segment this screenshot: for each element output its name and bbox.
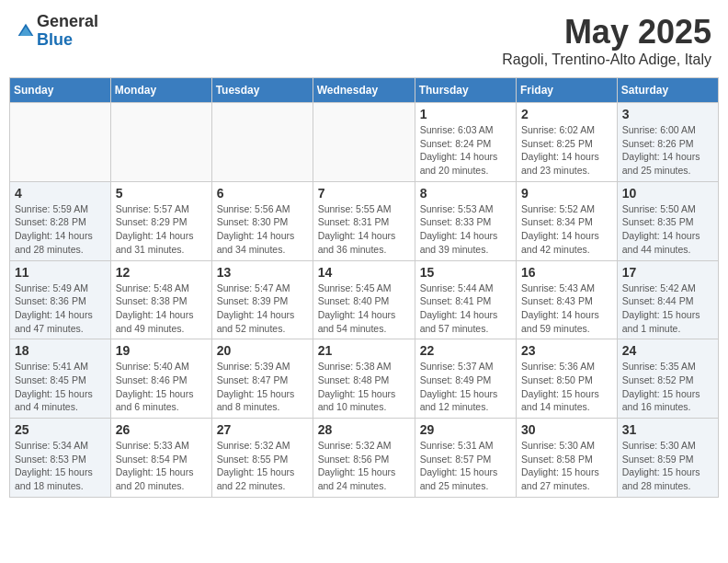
day-detail: Sunrise: 5:45 AM Sunset: 8:40 PM Dayligh… — [318, 282, 410, 336]
day-detail: Sunrise: 5:42 AM Sunset: 8:44 PM Dayligh… — [622, 282, 713, 336]
day-number: 8 — [420, 186, 511, 201]
day-number: 2 — [521, 107, 612, 121]
day-header-sunday: Sunday — [10, 78, 111, 103]
calendar-cell: 4Sunrise: 5:59 AM Sunset: 8:28 PM Daylig… — [10, 181, 111, 260]
day-number: 22 — [420, 343, 511, 358]
day-number: 17 — [622, 265, 713, 280]
day-number: 20 — [217, 343, 308, 358]
calendar-cell: 18Sunrise: 5:41 AM Sunset: 8:45 PM Dayli… — [10, 339, 111, 419]
day-number: 27 — [217, 422, 308, 437]
day-number: 26 — [116, 422, 207, 437]
day-detail: Sunrise: 6:00 AM Sunset: 8:26 PM Dayligh… — [622, 123, 713, 178]
day-number: 29 — [420, 422, 511, 437]
day-detail: Sunrise: 5:55 AM Sunset: 8:31 PM Dayligh… — [318, 202, 410, 257]
calendar-cell: 14Sunrise: 5:45 AM Sunset: 8:40 PM Dayli… — [313, 260, 415, 339]
calendar-cell: 27Sunrise: 5:32 AM Sunset: 8:55 PM Dayli… — [211, 419, 313, 498]
day-detail: Sunrise: 5:57 AM Sunset: 8:29 PM Dayligh… — [116, 202, 207, 257]
day-detail: Sunrise: 5:59 AM Sunset: 8:28 PM Dayligh… — [15, 202, 106, 257]
calendar-cell: 23Sunrise: 5:36 AM Sunset: 8:50 PM Dayli… — [517, 339, 618, 419]
location-title: Ragoli, Trentino-Alto Adige, Italy — [502, 52, 711, 68]
calendar-cell: 26Sunrise: 5:33 AM Sunset: 8:54 PM Dayli… — [110, 419, 211, 498]
day-number: 18 — [15, 343, 106, 358]
day-detail: Sunrise: 5:32 AM Sunset: 8:56 PM Dayligh… — [318, 439, 410, 493]
day-number: 6 — [217, 186, 308, 201]
calendar-week-row: 18Sunrise: 5:41 AM Sunset: 8:45 PM Dayli… — [10, 339, 719, 419]
title-area: May 2025 Ragoli, Trentino-Alto Adige, It… — [502, 13, 711, 68]
day-header-tuesday: Tuesday — [211, 78, 313, 103]
day-detail: Sunrise: 5:56 AM Sunset: 8:30 PM Dayligh… — [217, 202, 308, 257]
calendar-cell — [110, 103, 211, 182]
day-number: 7 — [318, 186, 410, 201]
day-detail: Sunrise: 5:41 AM Sunset: 8:45 PM Dayligh… — [15, 360, 106, 414]
day-number: 14 — [318, 265, 410, 280]
day-number: 13 — [217, 265, 308, 280]
day-detail: Sunrise: 5:31 AM Sunset: 8:57 PM Dayligh… — [420, 439, 511, 493]
day-number: 23 — [521, 343, 612, 358]
calendar-cell: 25Sunrise: 5:34 AM Sunset: 8:53 PM Dayli… — [10, 419, 111, 498]
calendar-cell — [10, 103, 111, 182]
calendar-table: SundayMondayTuesdayWednesdayThursdayFrid… — [9, 77, 719, 498]
day-detail: Sunrise: 5:52 AM Sunset: 8:34 PM Dayligh… — [521, 202, 612, 257]
calendar-cell: 21Sunrise: 5:38 AM Sunset: 8:48 PM Dayli… — [313, 339, 415, 419]
calendar-cell: 15Sunrise: 5:44 AM Sunset: 8:41 PM Dayli… — [415, 260, 516, 339]
day-number: 1 — [420, 107, 511, 121]
calendar-week-row: 4Sunrise: 5:59 AM Sunset: 8:28 PM Daylig… — [10, 181, 719, 260]
page-header: General Blue May 2025 Ragoli, Trentino-A… — [9, 9, 719, 72]
calendar-cell: 16Sunrise: 5:43 AM Sunset: 8:43 PM Dayli… — [517, 260, 618, 339]
day-detail: Sunrise: 5:39 AM Sunset: 8:47 PM Dayligh… — [217, 360, 308, 414]
day-detail: Sunrise: 5:50 AM Sunset: 8:35 PM Dayligh… — [622, 202, 713, 257]
calendar-cell: 24Sunrise: 5:35 AM Sunset: 8:52 PM Dayli… — [617, 339, 718, 419]
calendar-cell: 19Sunrise: 5:40 AM Sunset: 8:46 PM Dayli… — [110, 339, 211, 419]
day-detail: Sunrise: 5:47 AM Sunset: 8:39 PM Dayligh… — [217, 282, 308, 336]
calendar-cell: 20Sunrise: 5:39 AM Sunset: 8:47 PM Dayli… — [211, 339, 313, 419]
day-detail: Sunrise: 5:33 AM Sunset: 8:54 PM Dayligh… — [116, 439, 207, 493]
calendar-cell: 22Sunrise: 5:37 AM Sunset: 8:49 PM Dayli… — [415, 339, 516, 419]
calendar-cell: 30Sunrise: 5:30 AM Sunset: 8:58 PM Dayli… — [517, 419, 618, 498]
day-number: 25 — [15, 422, 106, 437]
day-detail: Sunrise: 5:34 AM Sunset: 8:53 PM Dayligh… — [15, 439, 106, 493]
calendar-cell: 31Sunrise: 5:30 AM Sunset: 8:59 PM Dayli… — [617, 419, 718, 498]
calendar-week-row: 1Sunrise: 6:03 AM Sunset: 8:24 PM Daylig… — [10, 103, 719, 182]
day-detail: Sunrise: 5:49 AM Sunset: 8:36 PM Dayligh… — [15, 282, 106, 336]
calendar-cell: 11Sunrise: 5:49 AM Sunset: 8:36 PM Dayli… — [10, 260, 111, 339]
day-header-thursday: Thursday — [415, 78, 516, 103]
day-header-friday: Friday — [517, 78, 618, 103]
calendar-cell: 10Sunrise: 5:50 AM Sunset: 8:35 PM Dayli… — [617, 181, 718, 260]
day-detail: Sunrise: 5:35 AM Sunset: 8:52 PM Dayligh… — [622, 360, 713, 414]
calendar-cell: 6Sunrise: 5:56 AM Sunset: 8:30 PM Daylig… — [211, 181, 313, 260]
day-number: 10 — [622, 186, 713, 201]
calendar-cell: 28Sunrise: 5:32 AM Sunset: 8:56 PM Dayli… — [313, 419, 415, 498]
day-detail: Sunrise: 6:02 AM Sunset: 8:25 PM Dayligh… — [521, 123, 612, 178]
day-header-monday: Monday — [110, 78, 211, 103]
day-number: 3 — [622, 107, 713, 121]
calendar-cell: 2Sunrise: 6:02 AM Sunset: 8:25 PM Daylig… — [517, 103, 618, 182]
day-header-saturday: Saturday — [617, 78, 718, 103]
day-detail: Sunrise: 5:40 AM Sunset: 8:46 PM Dayligh… — [116, 360, 207, 414]
day-number: 16 — [521, 265, 612, 280]
day-number: 12 — [116, 265, 207, 280]
day-number: 11 — [15, 265, 106, 280]
calendar-week-row: 25Sunrise: 5:34 AM Sunset: 8:53 PM Dayli… — [10, 419, 719, 498]
calendar-cell: 7Sunrise: 5:55 AM Sunset: 8:31 PM Daylig… — [313, 181, 415, 260]
day-detail: Sunrise: 5:48 AM Sunset: 8:38 PM Dayligh… — [116, 282, 207, 336]
month-title: May 2025 — [502, 13, 711, 52]
day-detail: Sunrise: 5:38 AM Sunset: 8:48 PM Dayligh… — [318, 360, 410, 414]
day-number: 5 — [116, 186, 207, 201]
calendar-cell: 5Sunrise: 5:57 AM Sunset: 8:29 PM Daylig… — [110, 181, 211, 260]
calendar-cell: 8Sunrise: 5:53 AM Sunset: 8:33 PM Daylig… — [415, 181, 516, 260]
day-detail: Sunrise: 5:30 AM Sunset: 8:58 PM Dayligh… — [521, 439, 612, 493]
day-number: 31 — [622, 422, 713, 437]
calendar-cell: 17Sunrise: 5:42 AM Sunset: 8:44 PM Dayli… — [617, 260, 718, 339]
calendar-cell: 29Sunrise: 5:31 AM Sunset: 8:57 PM Dayli… — [415, 419, 516, 498]
day-number: 21 — [318, 343, 410, 358]
day-detail: Sunrise: 5:37 AM Sunset: 8:49 PM Dayligh… — [420, 360, 511, 414]
day-number: 28 — [318, 422, 410, 437]
day-number: 30 — [521, 422, 612, 437]
calendar-cell — [313, 103, 415, 182]
logo: General Blue — [17, 13, 98, 50]
logo-blue: Blue — [37, 31, 98, 50]
calendar-cell: 12Sunrise: 5:48 AM Sunset: 8:38 PM Dayli… — [110, 260, 211, 339]
day-detail: Sunrise: 5:43 AM Sunset: 8:43 PM Dayligh… — [521, 282, 612, 336]
calendar-cell: 13Sunrise: 5:47 AM Sunset: 8:39 PM Dayli… — [211, 260, 313, 339]
calendar-header-row: SundayMondayTuesdayWednesdayThursdayFrid… — [10, 78, 719, 103]
